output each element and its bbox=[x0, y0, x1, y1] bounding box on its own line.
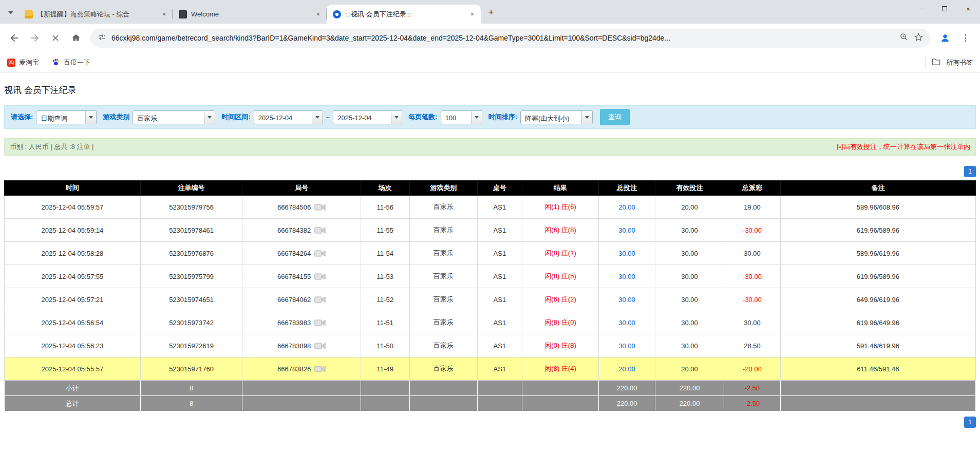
round-number: 666783983 bbox=[277, 319, 311, 327]
cell-table-no: AS1 bbox=[477, 196, 522, 219]
zoom-icon[interactable] bbox=[899, 32, 909, 44]
cell-session: 11-49 bbox=[361, 357, 409, 381]
new-tab-button[interactable]: + bbox=[484, 5, 498, 20]
cell-game-type: 百家乐 bbox=[409, 219, 477, 242]
url-bar[interactable]: 66cxkj98.com/game/betrecord_search/kind3… bbox=[90, 29, 931, 48]
dropdown-arrow-icon[interactable] bbox=[85, 111, 96, 124]
cell-total-bet[interactable]: 30.00 bbox=[599, 311, 655, 334]
cell-payout: -30.00 bbox=[724, 265, 781, 288]
cell-total-bet[interactable]: 30.00 bbox=[599, 219, 655, 242]
cell-total-bet[interactable]: 20.00 bbox=[599, 357, 655, 381]
bookmark-taobao[interactable]: 淘 爱淘宝 bbox=[7, 58, 39, 67]
profile-icon[interactable] bbox=[936, 29, 954, 47]
menu-icon[interactable] bbox=[956, 29, 975, 47]
page-title: 视讯 会员下注纪录 bbox=[4, 84, 976, 96]
cell-total-bet[interactable]: 30.00 bbox=[599, 242, 655, 265]
total-bet-link[interactable]: 20.00 bbox=[618, 203, 635, 211]
game-type-value[interactable]: 百家乐 bbox=[133, 111, 204, 124]
payout-value: 19.00 bbox=[744, 203, 761, 211]
round-number: 666784062 bbox=[277, 296, 311, 304]
chevron-down-icon[interactable] bbox=[4, 6, 17, 20]
per-page-value[interactable]: 100 bbox=[441, 111, 471, 124]
close-tab-icon[interactable]: × bbox=[314, 10, 323, 18]
cell-time: 2025-12-04 05:58:28 bbox=[5, 242, 141, 265]
result-player: 闲(8) bbox=[544, 272, 559, 280]
per-page-select[interactable]: 100 bbox=[441, 110, 482, 124]
dropdown-arrow-icon[interactable] bbox=[312, 111, 323, 124]
all-bookmarks-label[interactable]: 所有书签 bbox=[946, 58, 973, 67]
payout-value: -30.00 bbox=[743, 296, 762, 304]
round-number: 666784155 bbox=[277, 273, 311, 280]
cell-round: 666783898 bbox=[242, 334, 361, 357]
home-button[interactable] bbox=[67, 29, 85, 47]
tab-strip: 【新提醒】海燕策略论坛 - 综合 × Welcome × :::视讯 会员下注纪… bbox=[0, 0, 980, 24]
close-tab-icon[interactable]: × bbox=[468, 10, 477, 18]
video-replay-icon[interactable] bbox=[314, 342, 326, 350]
close-tab-icon[interactable]: × bbox=[160, 10, 168, 18]
column-header: 时间 bbox=[5, 181, 141, 196]
video-replay-icon[interactable] bbox=[314, 318, 326, 327]
column-header: 备注 bbox=[780, 181, 975, 196]
dropdown-arrow-icon[interactable] bbox=[391, 111, 402, 124]
date-end-input[interactable]: 2025-12-04 bbox=[333, 110, 402, 124]
total-bet-link[interactable]: 30.00 bbox=[618, 296, 635, 304]
back-button[interactable] bbox=[5, 29, 24, 47]
bookmark-baidu[interactable]: 百度一下 bbox=[51, 58, 90, 68]
tab-bet-records[interactable]: :::视讯 会员下注纪录::: × bbox=[327, 5, 481, 24]
summary-cell bbox=[242, 381, 361, 396]
total-bet-link[interactable]: 30.00 bbox=[618, 250, 635, 257]
dropdown-arrow-icon[interactable] bbox=[471, 111, 482, 124]
video-replay-icon[interactable] bbox=[314, 226, 326, 235]
bet-records-table: 时间注单编号局号场次游戏类别桌号结果总投注有效投注总派彩备注 2025-12-0… bbox=[4, 180, 976, 411]
stop-loading-icon[interactable] bbox=[46, 29, 65, 47]
video-replay-icon[interactable] bbox=[314, 295, 326, 304]
cell-bet-id: 523015978461 bbox=[140, 219, 242, 242]
date-start-input[interactable]: 2025-12-04 bbox=[254, 110, 323, 124]
cell-total-bet[interactable]: 20.00 bbox=[599, 196, 655, 219]
cell-time: 2025-12-04 05:56:23 bbox=[5, 334, 141, 357]
tab-forum[interactable]: 【新提醒】海燕策略论坛 - 综合 × bbox=[18, 5, 173, 24]
tab-welcome[interactable]: Welcome × bbox=[173, 5, 327, 24]
query-button[interactable]: 查询 bbox=[600, 109, 630, 125]
cell-total-bet[interactable]: 30.00 bbox=[599, 334, 655, 357]
sort-order-value[interactable]: 降幂(由大到小) bbox=[521, 111, 581, 124]
total-bet-link[interactable]: 30.00 bbox=[618, 226, 635, 234]
query-type-select[interactable]: 日期查询 bbox=[36, 110, 97, 124]
summary-cell bbox=[780, 381, 975, 396]
date-start-value[interactable]: 2025-12-04 bbox=[254, 111, 312, 124]
browser-toolbar: 66cxkj98.com/game/betrecord_search/kind3… bbox=[0, 24, 980, 52]
dropdown-arrow-icon[interactable] bbox=[581, 111, 592, 124]
bet-record-row: 2025-12-04 05:58:28523015976876666784264… bbox=[5, 242, 976, 265]
query-type-value[interactable]: 日期查询 bbox=[36, 111, 85, 124]
cell-round: 666784155 bbox=[242, 265, 361, 288]
site-info-icon[interactable] bbox=[98, 33, 106, 44]
page-number-button[interactable]: 1 bbox=[964, 166, 976, 177]
game-type-select[interactable]: 百家乐 bbox=[133, 110, 215, 124]
video-replay-icon[interactable] bbox=[314, 203, 326, 212]
cell-total-bet[interactable]: 30.00 bbox=[599, 288, 655, 311]
bookmark-star-icon[interactable] bbox=[914, 32, 924, 44]
total-bet-link[interactable]: 20.00 bbox=[618, 365, 635, 373]
video-replay-icon[interactable] bbox=[314, 249, 326, 258]
video-replay-icon[interactable] bbox=[314, 365, 326, 373]
cell-note: 611.46/591.46 bbox=[780, 357, 975, 381]
total-bet-link[interactable]: 30.00 bbox=[618, 273, 635, 280]
dropdown-arrow-icon[interactable] bbox=[204, 111, 215, 124]
total-bet-link[interactable]: 30.00 bbox=[618, 319, 635, 327]
column-header: 总派彩 bbox=[724, 181, 781, 196]
close-window-button[interactable]: × bbox=[956, 0, 980, 17]
page-number-button[interactable]: 1 bbox=[964, 417, 976, 428]
video-replay-icon[interactable] bbox=[314, 272, 326, 281]
cell-bet-id: 523015971760 bbox=[140, 357, 242, 381]
sort-order-select[interactable]: 降幂(由大到小) bbox=[520, 110, 593, 124]
table-header-row: 时间注单编号局号场次游戏类别桌号结果总投注有效投注总派彩备注 bbox=[5, 181, 976, 196]
forward-button[interactable] bbox=[26, 29, 44, 47]
maximize-button[interactable] bbox=[933, 0, 956, 17]
date-end-value[interactable]: 2025-12-04 bbox=[333, 111, 391, 124]
url-text[interactable]: 66cxkj98.com/game/betrecord_search/kind3… bbox=[111, 34, 894, 42]
cell-total-bet[interactable]: 30.00 bbox=[599, 265, 655, 288]
minimize-button[interactable] bbox=[909, 0, 933, 17]
total-bet-link[interactable]: 30.00 bbox=[618, 342, 635, 350]
tab-title: Welcome bbox=[191, 10, 310, 18]
taobao-favicon-icon: 淘 bbox=[7, 59, 15, 67]
